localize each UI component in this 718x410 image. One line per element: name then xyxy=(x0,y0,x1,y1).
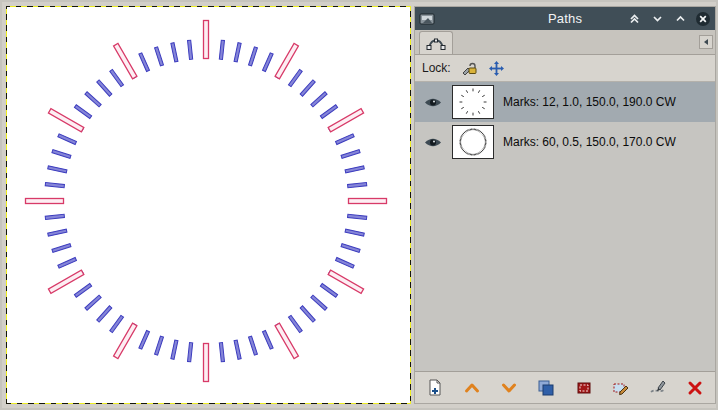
close-icon[interactable] xyxy=(695,11,711,27)
gimp-window: Paths xyxy=(0,0,718,410)
paths-dialog-titlebar[interactable]: Paths xyxy=(415,7,715,30)
new-page-icon xyxy=(426,379,444,397)
arrow-up-icon xyxy=(464,381,480,395)
path-name-label: Marks: 12, 1.0, 150.0, 190.0 CW xyxy=(503,95,676,109)
dialog-icon xyxy=(419,11,437,27)
path-list[interactable]: Marks: 12, 1.0, 150.0, 190.0 CW Marks: 6… xyxy=(415,82,715,372)
stroke-brush-icon xyxy=(649,379,667,397)
path-thumbnail[interactable] xyxy=(452,85,494,119)
arrow-down-icon xyxy=(501,381,517,395)
stroke-path-button[interactable] xyxy=(647,377,669,399)
move-cross-icon xyxy=(488,60,505,77)
selection-to-path-button[interactable] xyxy=(610,377,632,399)
lock-position-button[interactable] xyxy=(487,58,507,78)
delete-path-button[interactable] xyxy=(684,377,706,399)
path-thumbnail[interactable] xyxy=(452,125,494,159)
paths-toolbar xyxy=(415,372,715,403)
chevron-down-icon[interactable] xyxy=(649,11,665,27)
brush-lock-icon xyxy=(461,60,477,76)
duplicate-icon xyxy=(537,379,555,397)
new-path-button[interactable] xyxy=(424,377,446,399)
image-canvas[interactable] xyxy=(6,6,411,404)
tab-paths[interactable] xyxy=(419,31,453,54)
lock-row: Lock: xyxy=(415,55,715,82)
selection-pencil-icon xyxy=(612,379,630,397)
tab-menu-button[interactable] xyxy=(699,35,713,49)
visibility-eye-icon[interactable] xyxy=(423,136,443,149)
chevron-up-icon[interactable] xyxy=(672,11,688,27)
triangle-left-icon xyxy=(702,38,710,46)
selection-red-icon xyxy=(575,379,593,397)
delete-x-icon xyxy=(687,380,703,396)
dialog-tab-strip xyxy=(415,30,715,55)
lock-label: Lock: xyxy=(422,61,451,75)
paths-tab-icon xyxy=(426,35,446,51)
duplicate-path-button[interactable] xyxy=(535,377,557,399)
clock-marks-graphic xyxy=(7,7,410,403)
path-name-label: Marks: 60, 0.5, 150.0, 170.0 CW xyxy=(503,135,676,149)
visibility-eye-icon[interactable] xyxy=(423,96,443,109)
path-row[interactable]: Marks: 12, 1.0, 150.0, 190.0 CW xyxy=(415,82,715,122)
path-row[interactable]: Marks: 60, 0.5, 150.0, 170.0 CW xyxy=(415,122,715,162)
lock-path-strokes-button[interactable] xyxy=(459,58,479,78)
double-chevron-up-icon[interactable] xyxy=(626,11,642,27)
paths-dialog: Paths xyxy=(414,6,716,404)
lower-path-button[interactable] xyxy=(498,377,520,399)
path-to-selection-button[interactable] xyxy=(573,377,595,399)
raise-path-button[interactable] xyxy=(461,377,483,399)
